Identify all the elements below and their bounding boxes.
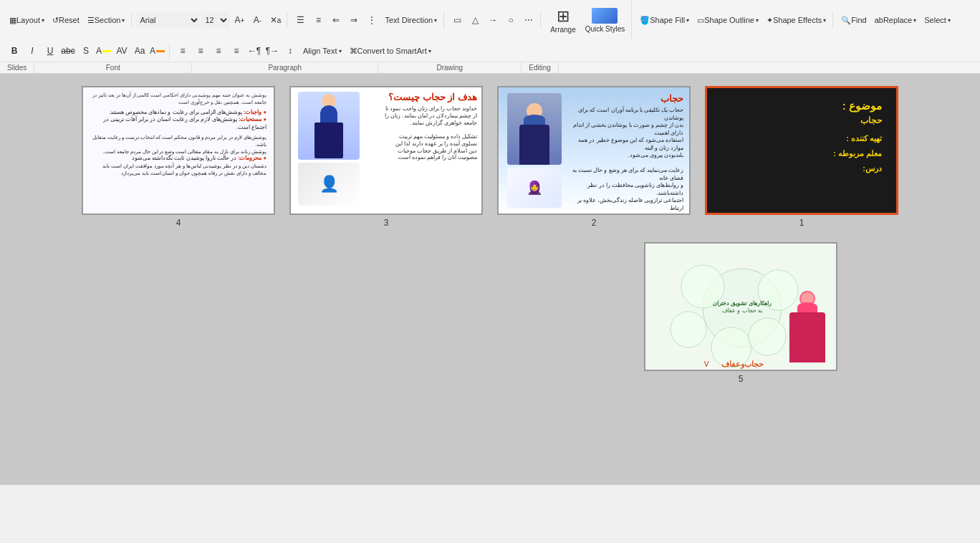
strikethrough-button[interactable]: abc: [59, 42, 77, 59]
toolbar-row1: ▦ Layout ▾ ↺ Reset ☰ Section ▾ Arial 12 …: [0, 0, 980, 40]
font-size-select[interactable]: 12: [201, 12, 230, 28]
slide-1-container: موضوع : حجاب تهیه کننده : معلم مربوطه : …: [705, 86, 898, 228]
toolbar: ▦ Layout ▾ ↺ Reset ☰ Section ▾ Arial 12 …: [0, 0, 980, 75]
section-button[interactable]: ☰ Section ▾: [84, 12, 129, 28]
svg-point-4: [749, 318, 786, 355]
rect-shape[interactable]: ▭: [448, 11, 466, 29]
columns-button[interactable]: ⋮: [363, 11, 380, 29]
change-case-button[interactable]: AV: [113, 42, 130, 59]
toolbar-row2: B I U abc S A AV Aa A ≡ ≡ ≡ ≡ ←¶ ¶→ ↕ Al…: [0, 40, 980, 62]
slide-3-figure: [298, 92, 360, 160]
decrease-indent-button[interactable]: ⇐: [327, 11, 345, 29]
slide-3-content: هدف از حجاب چیست؟ خداوند حجاب را برای زن…: [291, 87, 481, 213]
convert-smartart-button[interactable]: ⌘ Convert to SmartArt ▾: [346, 43, 435, 59]
svg-text:حجاب‌و‌عفاف: حجاب‌و‌عفاف: [721, 360, 764, 369]
align-right-button[interactable]: ≡: [210, 42, 227, 59]
slide-2-image2: 🧕: [507, 168, 562, 208]
clear-format-button[interactable]: ✕a: [266, 11, 284, 29]
slide-1-prep-label: تهیه کننده :: [721, 134, 882, 143]
editing-section-label: Editing: [522, 62, 559, 73]
slide-1-thumb[interactable]: موضوع : حجاب تهیه کننده : معلم مربوطه : …: [705, 86, 898, 215]
shape-fill-icon: 🪣: [640, 16, 650, 25]
align-text-button[interactable]: Align Text ▾: [299, 43, 345, 59]
slide-3-container: هدف از حجاب چیست؟ خداوند حجاب را برای زن…: [289, 86, 483, 228]
slide-4-number: 4: [176, 218, 181, 228]
shapes-group: ▭ △ → ○ ⋯: [446, 11, 541, 29]
slides-section-label: Slides: [0, 62, 34, 73]
slide-2-number: 2: [592, 218, 597, 228]
bullets-button[interactable]: ☰: [292, 11, 309, 29]
svg-text:به حجاب و عفاف: به حجاب و عفاف: [722, 307, 762, 314]
layout-button[interactable]: ▦ Layout ▾: [6, 12, 48, 28]
slide-2-thumb[interactable]: حجاب حجاب یک تکلیفی با برنامه آوران است …: [497, 86, 691, 215]
slide-3-image2: 👤: [298, 163, 360, 206]
slide-2-figure: [507, 93, 562, 165]
align-left-button[interactable]: ≡: [174, 42, 191, 59]
reset-button[interactable]: ↺ Reset: [49, 12, 83, 28]
paragraph-section-label: Paragraph: [192, 62, 378, 73]
oval-shape[interactable]: ○: [502, 11, 519, 29]
arrange-button[interactable]: ⊞ Arrange: [545, 1, 581, 39]
slides-group: ▦ Layout ▾ ↺ Reset ☰ Section ▾: [3, 12, 132, 28]
svg-point-2: [671, 312, 706, 347]
arrow-shape[interactable]: →: [484, 11, 501, 29]
slides-panel: پوشش به عنوان جنبه مهم پوشیدنی دارای احک…: [0, 75, 980, 485]
font-group: Arial 12 A+ A- ✕a: [133, 11, 287, 29]
highlight-button[interactable]: A: [149, 42, 166, 59]
align-center-button[interactable]: ≡: [192, 42, 209, 59]
rtl-direction-button[interactable]: ←¶: [246, 42, 263, 59]
section-labels: Slides Font Paragraph Drawing Editing: [0, 62, 980, 73]
shape-outline-icon: ▭: [697, 16, 704, 25]
section-dropdown-arrow: ▾: [122, 17, 125, 24]
slide-2-content: حجاب حجاب یک تکلیفی با برنامه آوران است …: [499, 87, 689, 213]
arrange-quickstyles-group: ⊞ Arrange Quick Styles: [542, 1, 632, 39]
shape-fill-button[interactable]: 🪣 Shape Fill ▾: [636, 12, 693, 28]
text-direction-button[interactable]: Text Direction ▾: [381, 12, 441, 28]
slide-4-thumb[interactable]: پوشش به عنوان جنبه مهم پوشیدنی دارای احک…: [82, 86, 275, 215]
align-group: ≡ ≡ ≡ ≡ ←¶ ¶→ ↕ Align Text ▾ ⌘ Convert t…: [171, 42, 438, 59]
font-size-increase-button[interactable]: A+: [231, 11, 248, 29]
smartart-icon: ⌘: [350, 47, 357, 56]
shape-outline-button[interactable]: ▭ Shape Outline ▾: [693, 12, 762, 28]
slide-1-number: 1: [799, 218, 804, 228]
increase-indent-button[interactable]: ⇒: [345, 11, 362, 29]
font-color-button[interactable]: A: [95, 42, 112, 59]
main-area: پوشش به عنوان جنبه مهم پوشیدنی دارای احک…: [0, 75, 980, 485]
select-button[interactable]: Select ▾: [921, 12, 954, 28]
ltr-direction-button[interactable]: ¶→: [264, 42, 281, 59]
italic-button[interactable]: I: [24, 42, 41, 59]
slide-1-topic-label: موضوع :: [721, 100, 882, 112]
quick-styles-button[interactable]: Quick Styles: [582, 6, 629, 35]
slide-3-thumb[interactable]: هدف از حجاب چیست؟ خداوند حجاب را برای زن…: [289, 86, 483, 215]
quick-styles-preview: [592, 8, 618, 24]
replace-button[interactable]: ab Replace ▾: [871, 12, 921, 28]
shadow-button[interactable]: S: [77, 42, 95, 59]
numbering-button[interactable]: ≡: [309, 11, 327, 29]
more-shapes[interactable]: ⋯: [520, 11, 537, 29]
justify-button[interactable]: ≡: [228, 42, 245, 59]
find-button[interactable]: 🔍 Find: [837, 12, 870, 28]
svg-text:راهکارهای تشویق دختران: راهکارهای تشویق دختران: [713, 300, 771, 307]
slide-1-lesson-label: درس:: [721, 164, 882, 173]
layout-dropdown-arrow: ▾: [42, 17, 44, 24]
underline-button[interactable]: U: [42, 42, 59, 59]
font-size-btn2[interactable]: Aa: [131, 42, 148, 59]
slide-5-number: 5: [739, 374, 744, 384]
slide-1-content: موضوع : حجاب تهیه کننده : معلم مربوطه : …: [707, 88, 896, 213]
slide-2-header: حجاب: [566, 93, 683, 104]
editing-group: 🔍 Find ab Replace ▾ Select ▾: [835, 12, 957, 28]
find-icon: 🔍: [841, 16, 851, 25]
svg-text:V: V: [704, 360, 709, 368]
section-icon: ☰: [87, 16, 95, 25]
font-family-select[interactable]: Arial: [136, 12, 201, 28]
shape-effects-button[interactable]: ✦ Shape Effects ▾: [763, 12, 830, 28]
triangle-shape[interactable]: △: [466, 11, 484, 29]
slide-5-thumb[interactable]: راهکارهای تشویق دختران به حجاب و عفاف حج…: [644, 242, 837, 371]
font-size-decrease-button[interactable]: A-: [249, 11, 266, 29]
shape-format-group: 🪣 Shape Fill ▾ ▭ Shape Outline ▾ ✦ Shape…: [633, 12, 833, 28]
font-format-group: B I U abc S A AV Aa A: [3, 42, 170, 59]
font-section-label: Font: [34, 62, 192, 73]
paragraph-group: ☰ ≡ ⇐ ⇒ ⋮ Text Direction ▾: [289, 11, 444, 29]
line-spacing-button[interactable]: ↕: [282, 42, 299, 59]
bold-button[interactable]: B: [6, 42, 23, 59]
